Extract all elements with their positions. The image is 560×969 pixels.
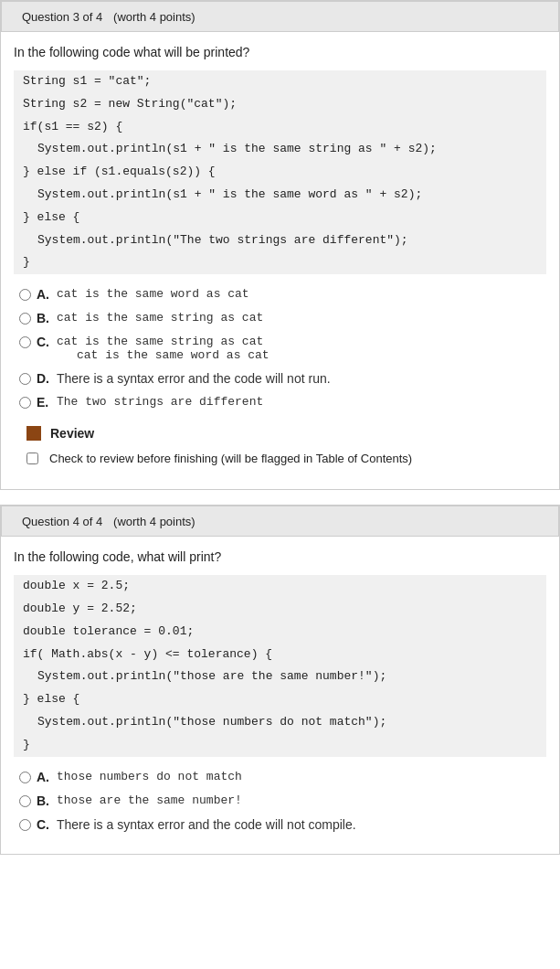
q4-code-line-4: if( Math.abs(x - y) <= tolerance) { <box>14 644 546 666</box>
option-4-a-text: those numbers do not match <box>57 770 242 783</box>
question-3-title: Question 3 of 4 <box>22 10 102 24</box>
code-line-9: } <box>14 251 546 274</box>
option-4-c-label: C. <box>37 817 51 832</box>
option-4-a-label: A. <box>37 770 51 784</box>
option-3-a: A. cat is the same word as cat <box>14 287 546 302</box>
option-3-a-radio[interactable] <box>19 289 31 301</box>
question-4-block: Question 4 of 4 (worth 4 points) In the … <box>0 505 560 854</box>
option-3-d: D. There is a syntax error and the code … <box>14 371 546 386</box>
option-3-b-text: cat is the same string as cat <box>57 311 263 325</box>
option-3-d-label: D. <box>37 371 51 386</box>
option-3-b-label: B. <box>37 311 51 325</box>
option-3-c: C. cat is the same string as cat cat is … <box>14 335 546 362</box>
question-4-title: Question 4 of 4 <box>22 515 102 528</box>
code-line-7: } else { <box>14 207 546 229</box>
option-3-b-radio[interactable] <box>19 313 31 325</box>
option-3-e-label: E. <box>37 395 51 410</box>
option-3-a-text: cat is the same word as cat <box>57 287 249 301</box>
question-4-text: In the following code, what will print? <box>14 549 546 564</box>
option-4-c: C. There is a syntax error and the code … <box>14 817 546 832</box>
option-3-c-multiline: cat is the same string as cat cat is the… <box>57 335 269 362</box>
option-4-b: B. those are the same number! <box>14 793 546 808</box>
code-line-1: String s1 = "cat"; <box>14 70 546 93</box>
option-4-b-label: B. <box>37 793 51 808</box>
question-3-text: In the following code what will be print… <box>14 45 546 59</box>
option-4-a-radio[interactable] <box>19 772 31 783</box>
question-4-points: (worth 4 points) <box>113 515 195 528</box>
option-3-e-radio[interactable] <box>19 397 31 409</box>
option-3-c-text-1: cat is the same string as cat <box>57 335 269 348</box>
option-3-b: B. cat is the same string as cat <box>14 311 546 325</box>
question-3-options: A. cat is the same word as cat B. cat is… <box>14 287 546 410</box>
code-line-2: String s2 = new String("cat"); <box>14 93 546 116</box>
review-checkbox[interactable] <box>26 453 38 464</box>
q4-code-line-1: double x = 2.5; <box>14 575 546 598</box>
question-3-points: (worth 4 points) <box>113 10 195 24</box>
question-4-code: double x = 2.5; double y = 2.52; double … <box>14 575 546 756</box>
option-3-e: E. The two strings are different <box>14 395 546 410</box>
question-4-options: A. those numbers do not match B. those a… <box>14 770 546 832</box>
option-3-d-text: There is a syntax error and the code wil… <box>57 371 331 386</box>
review-section: Review <box>14 419 546 452</box>
code-line-4: System.out.println(s1 + " is the same st… <box>14 138 546 161</box>
review-label: Review <box>50 426 94 441</box>
option-4-c-text: There is a syntax error and the code wil… <box>57 817 356 832</box>
review-checkbox-text: Check to review before finishing (will b… <box>49 452 412 465</box>
question-3-block: Question 3 of 4 (worth 4 points) In the … <box>0 0 560 490</box>
q4-code-line-7: System.out.println("those numbers do not… <box>14 711 546 734</box>
option-3-a-label: A. <box>37 287 51 302</box>
option-3-c-label: C. <box>37 335 51 349</box>
option-4-c-radio[interactable] <box>19 819 31 831</box>
q4-code-line-6: } else { <box>14 688 546 711</box>
code-line-5: } else if (s1.equals(s2)) { <box>14 161 546 184</box>
option-3-c-radio[interactable] <box>19 336 31 348</box>
review-checkbox-row: Check to review before finishing (will b… <box>14 452 546 476</box>
option-3-c-text-2: cat is the same word as cat <box>77 348 269 362</box>
code-line-6: System.out.println(s1 + " is the same wo… <box>14 184 546 207</box>
option-4-a: A. those numbers do not match <box>14 770 546 784</box>
question-3-code: String s1 = "cat"; String s2 = new Strin… <box>14 70 546 274</box>
option-4-b-text: those are the same number! <box>57 793 242 807</box>
question-3-header: Question 3 of 4 (worth 4 points) <box>1 1 559 32</box>
option-4-b-radio[interactable] <box>19 795 31 807</box>
option-3-d-radio[interactable] <box>19 373 31 385</box>
code-line-3: if(s1 == s2) { <box>14 116 546 139</box>
q4-code-line-8: } <box>14 734 546 757</box>
review-icon <box>26 426 41 441</box>
option-3-e-text: The two strings are different <box>57 395 263 409</box>
question-4-header: Question 4 of 4 (worth 4 points) <box>1 506 559 537</box>
q4-code-line-2: double y = 2.52; <box>14 598 546 621</box>
q4-code-line-5: System.out.println("those are the same n… <box>14 666 546 688</box>
q4-code-line-3: double tolerance = 0.01; <box>14 621 546 644</box>
question-3-body: In the following code what will be print… <box>1 32 559 489</box>
code-line-8: System.out.println("The two strings are … <box>14 229 546 252</box>
question-4-body: In the following code, what will print? … <box>1 537 559 853</box>
